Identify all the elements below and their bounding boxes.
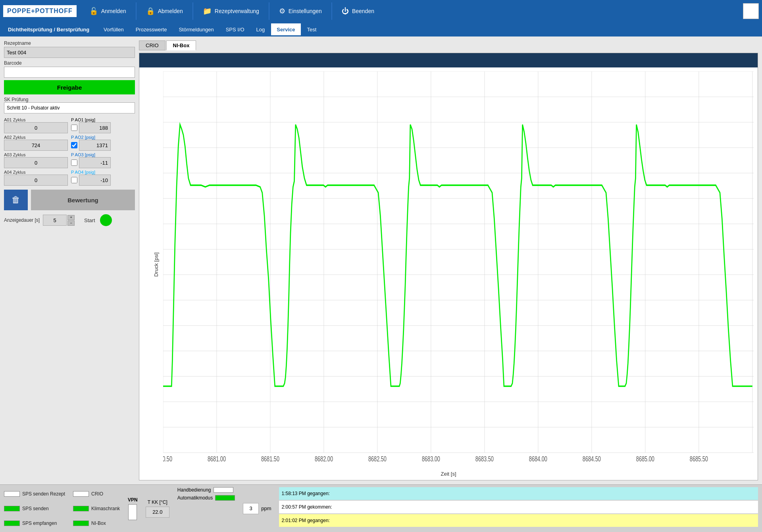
einstellungen-button[interactable]: ⚙ Einstellungen [271,2,330,20]
rezeptname-input[interactable] [4,47,135,58]
anzeigedauer-input[interactable] [43,215,67,226]
anzeigedauer-row: Anzeigedauer [s] + − Start [4,214,135,226]
svg-text:8682.50: 8682.50 [368,455,387,463]
chart-body: Druck [psi] Zeit [s] [139,67,758,480]
status-row-crio: CRIO [73,491,120,497]
tab-test[interactable]: Test [302,23,322,35]
pao4-input[interactable] [79,175,111,186]
tkk-section: T KK [°C] 22.0 [146,487,169,530]
a03-input[interactable] [4,157,68,168]
a03-label: A03 Zyklus [4,152,68,157]
a04-input[interactable] [4,175,68,186]
anmelden-button[interactable]: 🔓 Anmelden [81,2,134,20]
tab-prozesswerte[interactable]: Prozesswerte [130,23,173,35]
automatikmodus-row: Automatikmodus [177,495,235,501]
pao2-input[interactable] [79,140,111,151]
top-navigation: POPPE+POTTHOFF 🔓 Anmelden 🔒 Abmelden 📁 R… [0,0,762,22]
pao2-group: P AO2 [psig] [71,135,135,151]
delete-button[interactable]: 🗑 [4,190,28,210]
chart-header [139,53,758,67]
sub-navigation: Dichtheitsprüfung / Berstprüfung Vorfüll… [0,22,762,36]
ppm-label: ppm [261,505,271,511]
handbedienung-label: Handbedienung [177,487,211,493]
chart-tab-crio[interactable]: CRIO [139,40,165,50]
beenden-button[interactable]: ⏻ Beenden [334,2,382,20]
chart-plot-area: 2847 2600 2400 2200 2000 1800 1600 1400 … [163,71,754,464]
pao3-group: P AO3 [psig] [71,152,135,168]
status-row-nibox: NI-Box [73,520,120,526]
handbedienung-row: Handbedienung [177,487,235,493]
sps-senden-label: SPS senden [22,506,49,511]
pao2-checkbox[interactable] [71,142,77,148]
svg-text:8681.00: 8681.00 [208,455,226,463]
tab-log[interactable]: Log [251,23,271,35]
abmelden-button[interactable]: 🔒 Abmelden [138,2,191,20]
tab-sps-io[interactable]: SPS I/O [220,23,250,35]
pao4-label: P AO4 [psig] [71,170,135,175]
anzeigedauer-label: Anzeigedauer [s] [4,217,40,223]
power-icon: ⏻ [342,7,349,15]
crio-label: CRIO [91,491,103,497]
pao3-label: P AO3 [psig] [71,152,135,157]
status-row-sps-rezept: SPS senden Rezept [4,491,65,497]
pao1-input[interactable] [79,122,111,133]
chart-tab-nibox[interactable]: NI-Box [166,40,196,50]
start-indicator [100,214,112,226]
a03-group: A03 Zyklus [4,152,68,168]
automatikmodus-label: Automatikmodus [177,495,213,501]
barcode-label: Barcode [4,60,135,66]
tab-vorfuellen[interactable]: Vorfüllen [98,23,129,35]
logo: POPPE+POTTHOFF [3,5,77,17]
a04-label: A04 Zyklus [4,170,68,175]
sk-input[interactable] [4,102,135,113]
pao4-checkbox[interactable] [71,177,77,183]
anzeigedauer-decrement[interactable]: − [67,221,75,226]
svg-text:8680.50: 8680.50 [163,455,172,463]
log-entry-0: 1:58:13 PM gegangen: [279,487,758,500]
svg-text:8685.50: 8685.50 [690,455,708,463]
nibox-indicator [73,520,89,526]
a01-group: A01 Zyklus [4,117,68,133]
chart-tabs: CRIO NI-Box [139,40,758,50]
pao3-checkbox[interactable] [71,159,77,166]
lock-icon: 🔒 [146,7,155,15]
status-indicators-left: SPS senden Rezept SPS senden SPS empfang… [4,487,65,530]
pao1-checkbox[interactable] [71,125,77,131]
barcode-group: Barcode [4,60,135,78]
rezeptverwaltung-button[interactable]: 📁 Rezeptverwaltung [195,2,267,20]
barcode-input[interactable] [4,67,135,78]
rezeptname-group: Rezeptname [4,40,135,58]
klimaschrank-label: Klimaschrank [91,506,120,511]
sps-empfangen-indicator [4,520,20,526]
trash-icon: 🗑 [12,195,20,205]
tkk-value: 22.0 [146,507,169,518]
pao3-input[interactable] [79,157,111,168]
freigabe-button[interactable]: Freigabe [4,80,135,94]
pao1-group: P AO1 [psig] [71,117,135,133]
sk-group: SK Prüfung [4,97,135,113]
svg-text:8684.50: 8684.50 [583,455,601,463]
chart-container: Druck [psi] Zeit [s] [139,53,758,480]
status-indicators-right: CRIO Klimaschrank NI-Box [73,487,120,530]
pao1-label: P AO1 [psig] [71,117,135,122]
anzeigedauer-increment[interactable]: + [67,215,75,220]
status-bar: SPS senden Rezept SPS senden SPS empfang… [0,484,762,532]
a02-input[interactable] [4,140,68,151]
status-row-klimaschrank: Klimaschrank [73,506,120,511]
vpn-indicator [128,504,137,520]
sps-senden-rezept-label: SPS senden Rezept [22,491,65,497]
bewertung-button[interactable]: Bewertung [31,190,135,210]
svg-text:8683.00: 8683.00 [422,455,440,463]
log-entry-2: 2:01:02 PM gegangen: [279,514,758,527]
vpn-section: VPN [128,487,138,530]
a01-input[interactable] [4,122,68,133]
tab-stoermeldungen[interactable]: Störmeldungen [173,23,219,35]
rezeptname-label: Rezeptname [4,40,135,46]
action-buttons: 🗑 Bewertung [4,190,135,210]
right-panel: CRIO NI-Box Druck [psi] Zeit [s] [139,40,758,480]
a02-group: A02 Zyklus [4,135,68,151]
tab-service[interactable]: Service [271,23,300,35]
a04-group: A04 Zyklus [4,170,68,186]
operating-mode-section: Handbedienung Automatikmodus [177,487,235,530]
a02-label: A02 Zyklus [4,135,68,140]
